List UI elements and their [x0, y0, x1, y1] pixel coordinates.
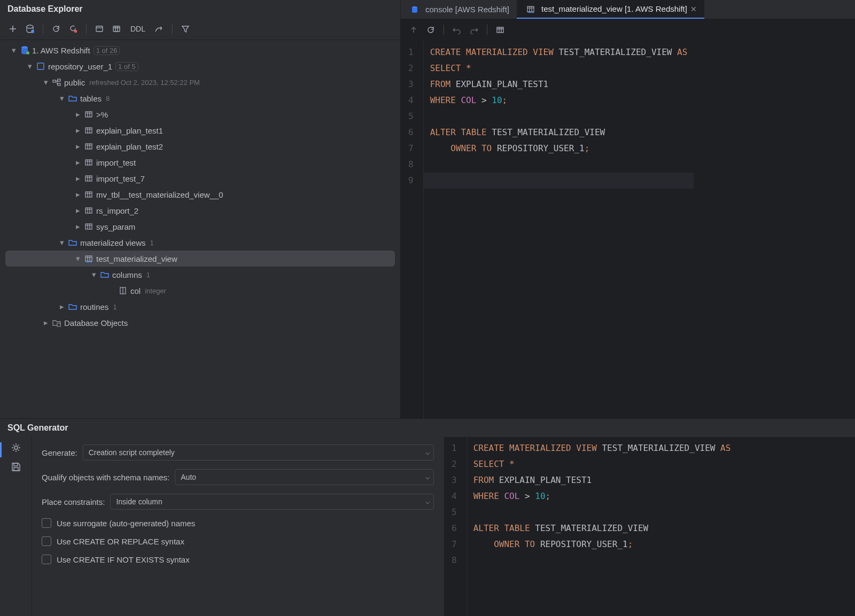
chevron-down-icon[interactable]: ▾: [10, 46, 18, 54]
table-icon: [83, 126, 94, 135]
datasource-label: 1. AWS Redshift: [32, 46, 90, 55]
sql-generator-panel: SQL Generator Generate: Creation script …: [0, 418, 855, 616]
tree-node-table[interactable]: ▸sys_param: [0, 219, 400, 235]
table-icon: [83, 222, 94, 231]
undo-icon[interactable]: [449, 22, 464, 37]
chevron-down-icon[interactable]: ▾: [58, 238, 66, 247]
refresh-icon[interactable]: [423, 22, 438, 37]
tree-node-table[interactable]: ▸import_test_7: [0, 170, 400, 186]
tree-node-public[interactable]: ▾ public refreshed Oct 2, 2023, 12:52:22…: [0, 74, 400, 90]
schema-icon: [35, 62, 46, 71]
tree-node-table[interactable]: ▸import_test: [0, 154, 400, 170]
chevron-down-icon[interactable]: ▾: [58, 94, 66, 103]
svg-rect-9: [58, 79, 60, 81]
table-icon: [83, 206, 94, 215]
datasource-properties-icon[interactable]: [22, 21, 37, 36]
jump-to-console-icon[interactable]: [152, 21, 167, 36]
svg-point-25: [14, 446, 18, 449]
tree-node-datasource[interactable]: ▾ 1. AWS Redshift 1 of 26: [0, 42, 400, 58]
svg-rect-27: [14, 467, 18, 471]
editor-content[interactable]: CREATE MATERIALIZED VIEW TEST_MATERIALIZ…: [424, 41, 694, 418]
tree-node-table[interactable]: ▸explain_plan_test2: [0, 138, 400, 154]
folder-icon: [67, 94, 78, 103]
table-label: >%: [96, 110, 108, 119]
add-icon[interactable]: [5, 21, 20, 36]
table-view-icon[interactable]: [493, 22, 508, 37]
tree-node-tables[interactable]: ▾ tables 8: [0, 90, 400, 106]
separator: [444, 25, 444, 35]
folder-icon: [67, 302, 78, 311]
tree-node-table[interactable]: ▸explain_plan_test1: [0, 122, 400, 138]
explorer-toolbar: DDL: [0, 18, 400, 40]
line-number: 3: [408, 76, 414, 92]
line-number: 7: [408, 141, 414, 157]
console-icon: [409, 5, 420, 14]
chevron-right-icon[interactable]: ▸: [74, 222, 82, 231]
chevron-right-icon[interactable]: ▸: [74, 142, 82, 151]
tree-node-columns[interactable]: ▾ columns 1: [0, 267, 400, 283]
tree-node-column[interactable]: col integer: [0, 283, 400, 299]
svg-rect-15: [86, 176, 92, 181]
tree-node-mviews[interactable]: ▾ materialized views 1: [0, 235, 400, 251]
line-number: 8: [408, 157, 414, 173]
line-number: 2: [408, 60, 414, 76]
svg-rect-21: [57, 323, 60, 326]
database-tree[interactable]: ▾ 1. AWS Redshift 1 of 26 ▾ repository_u…: [0, 40, 400, 418]
tree-node-table[interactable]: ▸rs_import_2: [0, 202, 400, 219]
tree-node-table[interactable]: ▸mv_tbl__test_materialized_view__0: [0, 186, 400, 202]
stop-refresh-icon[interactable]: [66, 21, 81, 36]
checkbox-icon[interactable]: [42, 518, 51, 528]
chevron-down-icon[interactable]: ▾: [26, 62, 34, 71]
chevron-right-icon[interactable]: ▸: [74, 174, 82, 183]
table-view-icon[interactable]: [109, 21, 124, 36]
tree-node-routines[interactable]: ▸ routines 1: [0, 299, 400, 315]
chevron-down-icon[interactable]: ▾: [42, 78, 50, 87]
chevron-right-icon[interactable]: ▸: [74, 126, 82, 135]
chevron-right-icon[interactable]: ▸: [74, 158, 82, 167]
tree-node-db-objects[interactable]: ▸ Database Objects: [0, 315, 400, 331]
chevron-down-icon[interactable]: ▾: [90, 270, 98, 279]
preview-content[interactable]: CREATE MATERIALIZED VIEW TEST_MATERIALIZ…: [467, 437, 737, 616]
svg-rect-10: [58, 83, 60, 85]
chevron-right-icon[interactable]: ▸: [74, 206, 82, 215]
layout-icon[interactable]: [92, 21, 107, 36]
checkbox-create-if-not-exists[interactable]: Use CREATE IF NOT EXISTS syntax: [42, 555, 434, 564]
tab-console[interactable]: console [AWS Redshift]: [401, 0, 517, 19]
datasource-badge: 1 of 26: [94, 46, 120, 55]
checkbox-icon[interactable]: [42, 536, 51, 546]
redo-icon[interactable]: [467, 22, 481, 37]
refresh-icon[interactable]: [49, 21, 64, 36]
filter-icon[interactable]: [178, 21, 193, 36]
tree-node-schema-user[interactable]: ▾ repository_user_1 1 of 5: [0, 58, 400, 74]
ddl-button[interactable]: DDL: [126, 25, 150, 33]
save-icon[interactable]: [11, 462, 21, 472]
tree-node-table[interactable]: ▸>%: [0, 106, 400, 122]
constraints-select[interactable]: Inside column: [110, 494, 434, 510]
sqlgen-preview-editor[interactable]: 1 2 3 4 5 6 7 8 CREATE MATERIALIZED VIEW…: [444, 437, 855, 616]
tab-mview[interactable]: test_materialized_view [1. AWS Redshift]…: [517, 0, 704, 19]
generate-select[interactable]: Creation script completely: [83, 445, 434, 461]
editor-gutter: 1 2 3 4 5 6 7 8 9: [401, 41, 424, 418]
column-icon: [118, 286, 128, 295]
checkbox-icon[interactable]: [42, 555, 51, 564]
materialized-view-icon: [83, 254, 94, 263]
schema-user-badge: 1 of 5: [115, 62, 138, 71]
generate-label: Generate:: [42, 448, 77, 457]
checkbox-create-or-replace[interactable]: Use CREATE OR REPLACE syntax: [42, 536, 434, 546]
sql-editor[interactable]: 1 2 3 4 5 6 7 8 9 CREATE MATERIALIZED VI…: [401, 41, 855, 418]
table-label: mv_tbl__test_materialized_view__0: [96, 190, 223, 199]
upload-icon[interactable]: [406, 22, 421, 37]
gear-icon[interactable]: [11, 442, 21, 453]
qualify-select[interactable]: Auto: [175, 469, 434, 485]
checkbox-surrogate[interactable]: Use surrogate (auto-generated) names: [42, 518, 434, 528]
chevron-right-icon[interactable]: ▸: [74, 190, 82, 199]
tree-node-mview-selected[interactable]: ▾ test_materialized_view: [5, 251, 395, 267]
chevron-down-icon[interactable]: ▾: [74, 254, 82, 263]
columns-label: columns: [112, 270, 142, 279]
chevron-right-icon[interactable]: ▸: [74, 110, 82, 119]
preview-gutter: 1 2 3 4 5 6 7 8: [444, 437, 467, 616]
chevron-right-icon[interactable]: ▸: [58, 302, 66, 311]
close-icon[interactable]: ✕: [690, 5, 697, 13]
chevron-right-icon[interactable]: ▸: [42, 318, 50, 327]
checkbox-label: Use CREATE IF NOT EXISTS syntax: [57, 555, 190, 564]
